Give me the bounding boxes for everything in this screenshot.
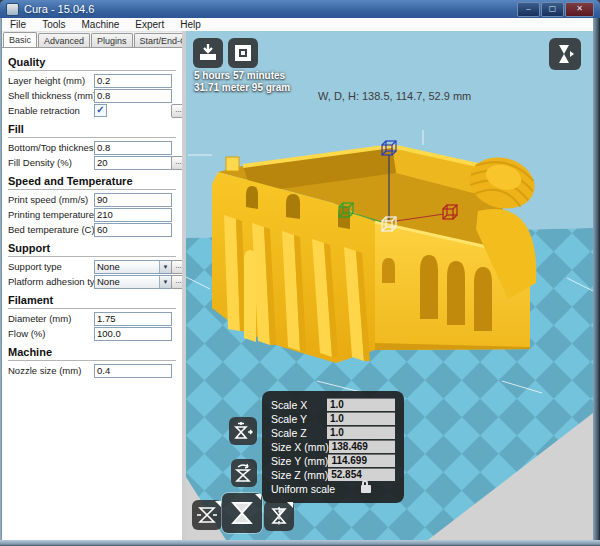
- close-button[interactable]: ✕: [565, 2, 594, 17]
- window-border-left: [0, 18, 2, 540]
- fill-density-label: Fill Density (%): [8, 157, 94, 168]
- viewport-3d[interactable]: 5 hours 57 minutes 31.71 meter 95 gram W…: [186, 31, 593, 540]
- tab-plugins[interactable]: Plugins: [91, 33, 133, 47]
- size-z-label: Size Z (mm): [271, 469, 328, 481]
- print-material: 31.71 meter 95 gram: [194, 82, 290, 94]
- section-machine: Machine: [8, 346, 176, 361]
- rotate-icon: [196, 504, 218, 526]
- size-y-input[interactable]: 114.699: [328, 454, 395, 467]
- scale-to-max-icon: [233, 421, 253, 441]
- platform-adhesion-label: Platform adhesion type: [8, 276, 94, 287]
- size-y-label: Size Y (mm): [271, 455, 328, 467]
- print-speed-input[interactable]: 90: [94, 193, 172, 207]
- size-z-input[interactable]: 52.854: [328, 468, 395, 481]
- support-type-select[interactable]: None ▼: [94, 260, 172, 274]
- lock-icon[interactable]: [361, 485, 371, 493]
- menu-expert[interactable]: Expert: [127, 19, 172, 30]
- window-border-right[interactable]: [593, 18, 600, 540]
- menu-bar: File Tools Machine Expert Help: [2, 18, 598, 32]
- bottom-top-thickness-label: Bottom/Top thickness (mm): [8, 142, 94, 153]
- model-dimensions-label: W, D, H: 138.5, 114.7, 52.9 mm: [318, 90, 471, 102]
- load-model-icon: [197, 42, 219, 64]
- section-speed-temperature: Speed and Temperature: [8, 175, 176, 190]
- support-type-label: Support type: [8, 261, 94, 272]
- section-fill: Fill: [8, 123, 176, 138]
- size-x-label: Size X (mm): [271, 441, 329, 453]
- print-time: 5 hours 57 minutes: [194, 70, 290, 82]
- scale-x-label: Scale X: [271, 399, 327, 411]
- printing-temperature-input[interactable]: 210: [94, 208, 172, 222]
- diameter-label: Diameter (mm): [8, 313, 94, 324]
- cura-window: Cura - 15.04.6 – ▢ ✕ File Tools Machine …: [0, 0, 600, 546]
- flow-label: Flow (%): [8, 328, 94, 339]
- model-castle[interactable]: [212, 146, 540, 363]
- nozzle-size-input[interactable]: 0.4: [94, 364, 172, 378]
- size-x-input[interactable]: 138.469: [329, 440, 395, 453]
- scale-z-label: Scale Z: [271, 427, 327, 439]
- printing-temperature-label: Printing temperature (C): [8, 209, 94, 220]
- scale-to-max-button[interactable]: [229, 417, 257, 445]
- scale-z-input[interactable]: 1.0: [327, 426, 395, 439]
- load-model-button[interactable]: [193, 38, 223, 68]
- settings-panel: Quality Layer height (mm) 0.2 Shell thic…: [2, 47, 182, 540]
- bed-temperature-input[interactable]: 60: [94, 223, 172, 237]
- menu-file[interactable]: File: [2, 19, 34, 30]
- window-border-bottom[interactable]: [0, 540, 600, 546]
- scale-tool-panel: Scale X 1.0 Scale Y 1.0 Scale Z 1.0 Size…: [262, 391, 404, 503]
- reset-scale-icon: [234, 463, 254, 483]
- layer-height-label: Layer height (mm): [8, 75, 94, 86]
- menu-help[interactable]: Help: [172, 19, 209, 30]
- menu-machine[interactable]: Machine: [73, 19, 127, 30]
- view-mode-button[interactable]: [549, 38, 581, 70]
- scale-y-label: Scale Y: [271, 413, 327, 425]
- scale-object-button[interactable]: [222, 493, 262, 533]
- layer-height-input[interactable]: 0.2: [94, 74, 172, 88]
- minimize-button[interactable]: –: [517, 2, 540, 17]
- uniform-scale-label: Uniform scale: [271, 483, 361, 495]
- bed-temperature-label: Bed temperature (C): [8, 224, 94, 235]
- section-quality: Quality: [8, 56, 176, 71]
- reset-scale-button[interactable]: [231, 459, 257, 487]
- print-speed-label: Print speed (mm/s): [8, 194, 94, 205]
- mirror-icon: [268, 505, 290, 527]
- section-filament: Filament: [8, 294, 176, 309]
- fill-density-input[interactable]: 20: [94, 156, 172, 170]
- mirror-object-button[interactable]: [264, 501, 294, 531]
- print-stats: 5 hours 57 minutes 31.71 meter 95 gram: [194, 70, 290, 94]
- shell-thickness-label: Shell thickness (mm): [8, 90, 94, 101]
- enable-retraction-checkbox[interactable]: ✓: [94, 104, 107, 117]
- save-toolpath-icon: [232, 42, 254, 64]
- diameter-input[interactable]: 1.75: [94, 312, 172, 326]
- window-title: Cura - 15.04.6: [24, 3, 94, 15]
- flow-input[interactable]: 100.0: [94, 327, 172, 341]
- tab-basic[interactable]: Basic: [3, 32, 37, 47]
- title-bar[interactable]: Cura - 15.04.6 – ▢ ✕: [0, 0, 600, 18]
- enable-retraction-label: Enable retraction: [8, 105, 94, 116]
- section-support: Support: [8, 242, 176, 257]
- scale-x-input[interactable]: 1.0: [327, 398, 395, 411]
- scale-y-input[interactable]: 1.0: [327, 412, 395, 425]
- menu-tools[interactable]: Tools: [34, 19, 73, 30]
- bottom-top-thickness-input[interactable]: 0.8: [94, 141, 172, 155]
- rotate-object-button[interactable]: [192, 500, 222, 530]
- app-icon: [6, 3, 19, 16]
- view-mode-icon: [554, 43, 576, 65]
- save-toolpath-button[interactable]: [228, 38, 258, 68]
- chevron-down-icon: ▼: [159, 276, 171, 288]
- tab-advanced[interactable]: Advanced: [38, 33, 90, 47]
- shell-thickness-input[interactable]: 0.8: [94, 89, 172, 103]
- tab-bar: Basic Advanced Plugins Start/End-GCode: [2, 32, 186, 47]
- platform-adhesion-select[interactable]: None ▼: [94, 275, 172, 289]
- chevron-down-icon: ▼: [159, 261, 171, 273]
- nozzle-size-label: Nozzle size (mm): [8, 365, 94, 376]
- maximize-button[interactable]: ▢: [541, 2, 564, 17]
- scale-icon: [228, 499, 256, 527]
